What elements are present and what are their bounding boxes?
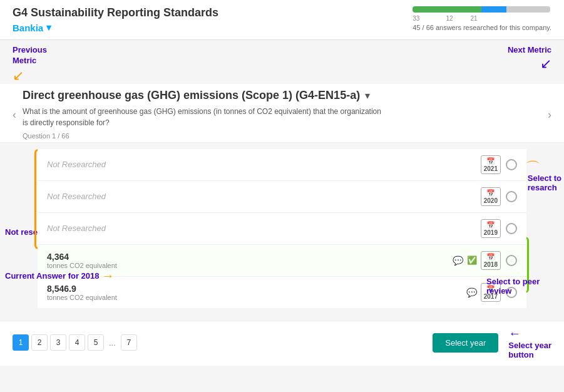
pagination-row: 1 2 3 4 5 ... 7 Select year ← Select yea…	[0, 321, 564, 366]
radio-2019[interactable]	[506, 223, 517, 234]
metric-question: What is the amount of greenhouse gas (GH…	[23, 106, 386, 128]
answer-text-2021: Not Researched	[47, 160, 481, 169]
answer-text-2019: Not Researched	[47, 224, 481, 233]
answers-table: Not Researched 📅 2021 Not Researched	[38, 149, 526, 308]
answer-label-2019: Not Researched	[47, 224, 481, 233]
select-peer-review-label: Select to peer review	[486, 277, 561, 296]
progress-seg-researched	[481, 6, 506, 13]
answer-row: Not Researched 📅 2019	[38, 213, 526, 245]
chat-icon-2017[interactable]: 💬	[466, 287, 477, 297]
metric-section: ‹ Direct greenhouse gas (GHG) emissions …	[0, 84, 564, 143]
page-wrapper: G4 Sustainability Reporting Standards Ba…	[0, 0, 564, 366]
next-metric-arrow-icon: ↙	[540, 56, 551, 72]
select-research-bracket-icon: ⌒	[525, 162, 540, 173]
progress-label-21: 21	[471, 15, 478, 22]
select-year-label: Select year button	[508, 341, 551, 359]
answer-text-2020: Not Researched	[47, 192, 481, 201]
answer-value-2018: 4,364	[47, 252, 453, 262]
progress-seg-remaining	[506, 6, 550, 13]
current-answer-arrow-icon: →	[102, 269, 115, 283]
answer-label-2021: Not Researched	[47, 160, 481, 169]
calendar-2019[interactable]: 📅 2019	[481, 219, 501, 238]
progress-area: 33 12 21 45 / 66 answers researched for …	[413, 6, 551, 31]
progress-text: 45 / 66 answers researched for this comp…	[413, 24, 551, 31]
calendar-2018[interactable]: 📅 2018	[481, 251, 501, 270]
prev-nav-button[interactable]: ‹	[13, 107, 16, 121]
metric-dropdown-icon[interactable]: ▾	[365, 90, 370, 101]
next-metric-label: Next Metric	[508, 45, 551, 54]
answer-row: Not Researched 📅 2021	[38, 149, 526, 181]
answer-row: Not Researched 📅 2020	[38, 181, 526, 213]
page-3-button[interactable]: 3	[50, 334, 66, 351]
answer-icons-2018: 💬 ✅ 📅 2018	[453, 251, 501, 270]
progress-label-12: 12	[446, 15, 453, 22]
radio-2021[interactable]	[506, 159, 517, 170]
metric-title: Direct greenhouse gas (GHG) emissions (S…	[23, 89, 360, 102]
select-to-research-label: Select to resarch	[528, 173, 561, 192]
page-1-button[interactable]: 1	[13, 334, 29, 351]
answer-unit-2017: tonnes CO2 equivalent	[47, 294, 466, 301]
radio-2020[interactable]	[506, 191, 517, 202]
page-5-button[interactable]: 5	[88, 334, 104, 351]
prev-metric-arrow-icon: ↙	[13, 68, 24, 84]
company-name: Bankia	[13, 23, 43, 33]
page-4-button[interactable]: 4	[69, 334, 85, 351]
company-selector[interactable]: Bankia ▾	[13, 22, 218, 33]
select-year-button[interactable]: Select year	[433, 333, 498, 353]
calendar-2020[interactable]: 📅 2020	[481, 187, 501, 206]
answer-label-2020: Not Researched	[47, 192, 481, 201]
answer-label-2018: 4,364 tonnes CO2 equivalent	[47, 252, 453, 269]
progress-label-33: 33	[413, 15, 419, 22]
question-number: Question 1 / 66	[23, 132, 541, 140]
answer-icons-2020: 📅 2020	[481, 187, 501, 206]
answer-icons-2019: 📅 2019	[481, 219, 501, 238]
header: G4 Sustainability Reporting Standards Ba…	[0, 0, 564, 40]
calendar-2021[interactable]: 📅 2021	[481, 155, 501, 174]
page-title: G4 Sustainability Reporting Standards	[13, 6, 218, 19]
chat-icon-2018[interactable]: 💬	[453, 255, 463, 266]
page-dots: ...	[106, 338, 118, 348]
pagination: 1 2 3 4 5 ... 7	[13, 334, 137, 351]
prev-metric-label: Previous Metric	[13, 45, 47, 66]
company-chevron-icon: ▾	[46, 22, 51, 33]
verified-icon-2018: ✅	[467, 255, 477, 265]
page-2-button[interactable]: 2	[31, 334, 48, 351]
answer-icons-2021: 📅 2021	[481, 155, 501, 174]
select-year-arrow-icon: ←	[508, 326, 521, 341]
progress-seg-answered	[413, 6, 481, 13]
current-answer-label: Current Answer for 2018	[5, 271, 100, 281]
answer-value-2017: 8,546.9	[47, 284, 466, 294]
next-nav-button[interactable]: ›	[548, 107, 551, 121]
page-7-button[interactable]: 7	[121, 334, 137, 351]
progress-bar	[413, 6, 550, 13]
radio-2018[interactable]	[506, 255, 517, 266]
answer-label-2017: 8,546.9 tonnes CO2 equivalent	[47, 284, 466, 301]
